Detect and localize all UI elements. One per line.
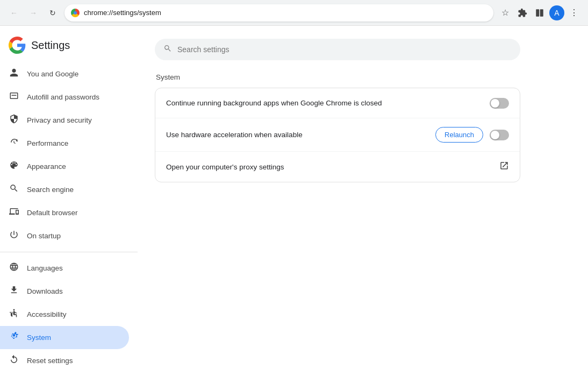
hardware-accel-row: Use hardware acceleration when available… <box>155 118 520 152</box>
background-apps-toggle[interactable] <box>490 98 509 109</box>
sidebar-item-label: You and Google <box>27 70 78 78</box>
download-icon <box>9 285 19 297</box>
accessibility-icon <box>9 308 19 321</box>
sidebar-item-search-engine[interactable]: Search engine <box>0 178 129 201</box>
background-apps-controls <box>490 98 509 109</box>
sidebar-item-reset[interactable]: Reset settings <box>0 349 129 372</box>
sidebar-item-label: Appearance <box>27 162 66 171</box>
google-logo <box>9 37 26 54</box>
svg-rect-1 <box>540 9 543 17</box>
proxy-settings-controls <box>499 161 509 173</box>
startup-icon <box>9 230 19 242</box>
external-link-icon[interactable] <box>499 161 509 173</box>
settings-card: Continue running background apps when Go… <box>155 88 520 182</box>
background-apps-label: Continue running background apps when Go… <box>166 99 382 107</box>
sidebar-title: Settings <box>31 39 70 52</box>
proxy-settings-label: Open your computer's proxy settings <box>166 163 284 171</box>
search-input[interactable] <box>177 45 512 54</box>
reset-icon <box>9 354 19 367</box>
sidebar-item-label: Downloads <box>27 287 63 295</box>
section-title: System <box>155 73 571 81</box>
svg-rect-0 <box>536 9 539 17</box>
sidebar-item-label: Autofill and passwords <box>27 93 99 101</box>
palette-icon <box>9 160 19 173</box>
sidebar-item-downloads[interactable]: Downloads <box>0 280 129 303</box>
shield-icon <box>9 114 19 126</box>
relaunch-button[interactable]: Relaunch <box>435 127 483 143</box>
sidebar: Settings You and Google Autofill and pas… <box>0 26 138 376</box>
autofill-icon <box>9 91 19 103</box>
sidebar-item-on-startup[interactable]: On startup <box>0 224 129 247</box>
sidebar-item-appearance[interactable]: Appearance <box>0 155 129 178</box>
language-icon <box>9 262 19 274</box>
person-icon <box>9 68 19 80</box>
address-bar[interactable]: chrome://settings/system <box>64 4 493 22</box>
svg-point-2 <box>13 309 15 311</box>
sidebar-item-languages[interactable]: Languages <box>0 257 129 280</box>
topbar-icons: ☆ A ⋮ <box>498 5 582 20</box>
sidebar-item-performance[interactable]: Performance <box>0 132 129 155</box>
wrench-icon <box>9 331 19 344</box>
background-apps-row: Continue running background apps when Go… <box>155 88 520 118</box>
hardware-accel-controls: Relaunch <box>435 127 509 143</box>
chrome-favicon <box>71 9 80 17</box>
search-icon <box>163 44 172 55</box>
sidebar-item-label: Reset settings <box>27 357 73 365</box>
sidebar-item-label: On startup <box>27 232 61 240</box>
menu-button[interactable]: ⋮ <box>567 5 582 20</box>
browser-icon <box>9 207 19 219</box>
bookmark-button[interactable]: ☆ <box>498 5 513 20</box>
sidebar-item-privacy[interactable]: Privacy and security <box>0 109 129 132</box>
sidebar-item-label: Performance <box>27 139 68 147</box>
extensions-button[interactable] <box>515 5 530 20</box>
sidebar-divider-1 <box>0 252 138 252</box>
sidebar-item-label: Accessibility <box>27 310 67 318</box>
sidebar-item-autofill[interactable]: Autofill and passwords <box>0 86 129 109</box>
topbar: ← → ↻ chrome://settings/system ☆ A ⋮ <box>0 0 588 26</box>
profile-avatar[interactable]: A <box>549 5 564 20</box>
address-text: chrome://settings/system <box>84 9 161 17</box>
proxy-settings-row[interactable]: Open your computer's proxy settings <box>155 152 520 182</box>
sidebar-item-system[interactable]: System <box>0 326 129 349</box>
reload-button[interactable]: ↻ <box>45 5 60 20</box>
sidebar-item-you-and-google[interactable]: You and Google <box>0 62 129 86</box>
sidebar-item-accessibility[interactable]: Accessibility <box>0 303 129 326</box>
back-button[interactable]: ← <box>6 5 21 20</box>
sidebar-item-label: Default browser <box>27 209 78 217</box>
hardware-accel-label: Use hardware acceleration when available <box>166 131 303 139</box>
content-area: System Continue running background apps … <box>138 26 588 376</box>
sidebar-item-label: Languages <box>27 264 63 272</box>
sidebar-header: Settings <box>0 32 138 62</box>
forward-button[interactable]: → <box>26 5 41 20</box>
split-button[interactable] <box>532 5 547 20</box>
hardware-accel-toggle[interactable] <box>490 130 509 140</box>
sidebar-item-default-browser[interactable]: Default browser <box>0 201 129 224</box>
sidebar-item-label: Privacy and security <box>27 116 92 124</box>
sidebar-item-label: Search engine <box>27 186 74 194</box>
performance-icon <box>9 137 19 150</box>
main: Settings You and Google Autofill and pas… <box>0 26 588 376</box>
search-icon <box>9 183 19 196</box>
sidebar-item-label: System <box>27 334 51 342</box>
search-bar[interactable] <box>155 39 520 60</box>
